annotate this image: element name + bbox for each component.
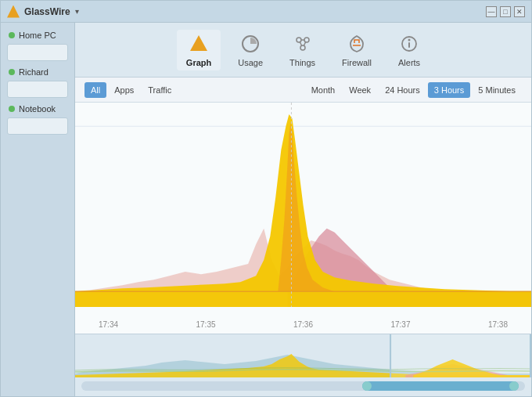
svg-rect-17 <box>390 334 531 377</box>
time-label-4: 17:38 <box>488 320 508 329</box>
sidebar-label-homepc: Home PC <box>5 29 70 42</box>
time-filters: Month Week 24 Hours 3 Hours 5 Minutes <box>305 82 522 98</box>
time-3hours[interactable]: 3 Hours <box>428 82 471 98</box>
svg-line-6 <box>300 42 302 46</box>
usage-tab-icon <box>239 33 261 55</box>
type-filters: All Apps Traffic <box>84 82 305 98</box>
things-tab-icon <box>292 33 314 55</box>
glasswire-logo-icon <box>7 5 20 18</box>
time-label-0: 17:34 <box>99 320 118 329</box>
sidebar-item-richard[interactable]: Richard <box>5 66 70 98</box>
tab-alerts-label: Alerts <box>398 58 420 67</box>
time-label-1: 17:35 <box>196 320 215 329</box>
nav-tabs: Graph Usage <box>75 23 531 78</box>
sidebar-box-richard <box>7 81 68 98</box>
title-bar-left: GlassWire ▾ <box>7 5 79 18</box>
filter-bar: All Apps Traffic Month Week 24 Hours 3 H… <box>75 78 531 103</box>
title-dropdown-arrow[interactable]: ▾ <box>75 7 79 16</box>
sidebar: Home PC Richard Notebook <box>1 23 75 396</box>
svg-point-3 <box>304 38 309 42</box>
sidebar-label-notebook: Notebook <box>5 103 70 115</box>
time-5minutes[interactable]: 5 Minutes <box>472 82 522 98</box>
title-bar: GlassWire ▾ — □ ✕ <box>1 1 531 23</box>
sidebar-box-homepc <box>7 44 68 61</box>
tab-graph-label: Graph <box>186 58 211 67</box>
status-dot-homepc <box>9 32 15 38</box>
sidebar-item-notebook[interactable]: Notebook <box>5 103 70 135</box>
content-area: Graph Usage <box>75 23 531 396</box>
main-chart-svg <box>75 103 531 307</box>
status-dot-richard <box>9 69 15 75</box>
mini-chart-svg <box>75 334 531 377</box>
minimize-button[interactable]: — <box>486 6 497 17</box>
scrollbar-handle-left[interactable] <box>362 381 372 391</box>
title-bar-controls: — □ ✕ <box>486 6 525 17</box>
sidebar-item-label: Notebook <box>19 104 56 114</box>
time-month[interactable]: Month <box>305 82 342 98</box>
tab-graph[interactable]: Graph <box>177 30 221 70</box>
app-window: GlassWire ▾ — □ ✕ Home PC Richard <box>0 0 532 397</box>
tab-firewall-label: Firewall <box>342 58 372 67</box>
svg-rect-18 <box>390 334 391 377</box>
close-button[interactable]: ✕ <box>514 6 525 17</box>
sidebar-item-label: Home PC <box>19 31 56 40</box>
maximize-button[interactable]: □ <box>500 6 511 17</box>
alerts-tab-icon <box>398 33 420 55</box>
tab-firewall[interactable]: Firewall <box>332 30 381 70</box>
svg-rect-11 <box>408 42 410 48</box>
tab-things-label: Things <box>289 58 315 67</box>
tab-usage-label: Usage <box>238 58 263 67</box>
status-dot-notebook <box>9 106 15 112</box>
app-title: GlassWire <box>24 6 70 17</box>
svg-line-7 <box>304 42 306 46</box>
sidebar-item-label: Richard <box>19 67 49 77</box>
firewall-tab-icon <box>346 33 368 55</box>
tab-things[interactable]: Things <box>280 30 325 70</box>
time-labels: 17:34 17:35 17:36 17:37 17:38 <box>75 320 531 329</box>
svg-point-2 <box>297 38 301 42</box>
mini-chart-area <box>75 334 531 396</box>
tab-alerts[interactable]: Alerts <box>389 30 430 70</box>
scrollbar-thumb[interactable] <box>362 381 519 391</box>
time-week[interactable]: Week <box>343 82 377 98</box>
sidebar-item-homepc[interactable]: Home PC <box>5 29 70 61</box>
tab-usage[interactable]: Usage <box>228 30 272 70</box>
sidebar-box-notebook <box>7 117 68 135</box>
sidebar-label-richard: Richard <box>5 66 70 78</box>
svg-point-4 <box>300 45 305 50</box>
filter-apps[interactable]: Apps <box>108 82 140 98</box>
svg-rect-19 <box>530 334 531 377</box>
scrollbar-handle-right[interactable] <box>509 381 519 391</box>
scrollbar-track[interactable] <box>81 381 525 391</box>
svg-point-10 <box>408 38 411 41</box>
graph-area: 3 MB <box>75 103 531 334</box>
graph-tab-icon <box>188 33 210 55</box>
time-label-3: 17:37 <box>390 320 410 329</box>
main-layout: Home PC Richard Notebook <box>1 23 531 396</box>
filter-traffic[interactable]: Traffic <box>142 82 178 98</box>
svg-marker-0 <box>190 35 207 51</box>
filter-all[interactable]: All <box>84 82 106 98</box>
time-24hours[interactable]: 24 Hours <box>379 82 426 98</box>
time-label-2: 17:36 <box>293 320 313 329</box>
